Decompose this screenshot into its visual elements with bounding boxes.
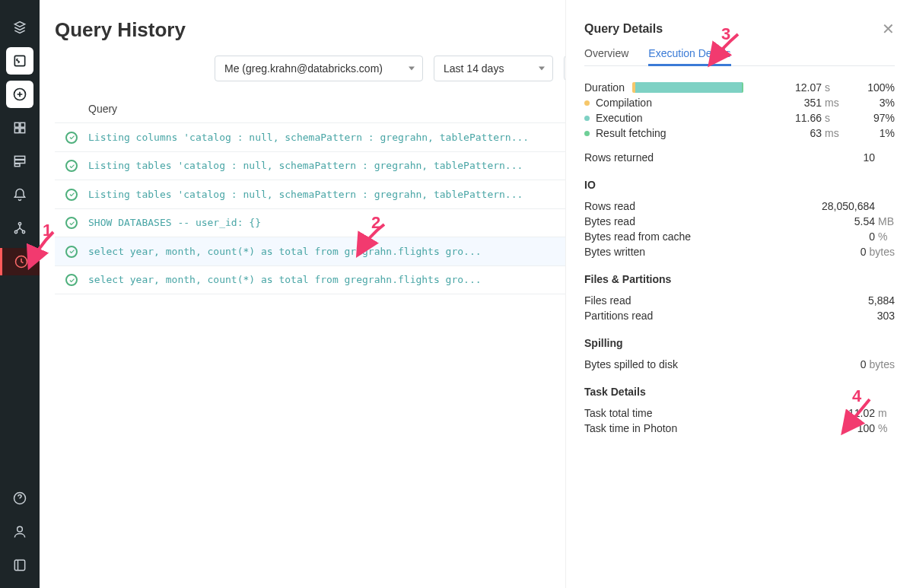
- duration-bar: [632, 82, 743, 93]
- metric-label: Bytes spilled to disk: [584, 358, 678, 370]
- status-success-icon: [65, 132, 78, 144]
- query-text: Listing tables 'catalog : null, schemaPa…: [78, 180, 589, 209]
- svg-rect-7: [14, 160, 24, 163]
- metric-pct: 1%: [861, 127, 895, 139]
- metric-value: 351: [804, 97, 822, 109]
- logo-icon[interactable]: [6, 14, 33, 41]
- alerts-icon[interactable]: [6, 181, 33, 208]
- tab-execution-details[interactable]: Execution Details: [648, 47, 730, 65]
- metric-value: 100: [857, 422, 875, 434]
- queries-icon[interactable]: [6, 148, 33, 175]
- rows-returned-value: 10: [863, 151, 875, 164]
- svg-point-11: [22, 230, 24, 233]
- metric-label: Execution: [584, 112, 642, 124]
- query-text: Listing tables 'catalog : null, schemaPa…: [78, 151, 589, 180]
- duration-value: 12.07: [795, 81, 822, 94]
- metric-label: Bytes written: [584, 246, 645, 258]
- svg-rect-15: [14, 560, 24, 570]
- query-text: select year, month, count(*) as total fr…: [78, 265, 589, 294]
- details-panel: Query Details ✕ Overview Execution Detai…: [565, 0, 913, 588]
- query-text: Listing columns 'catalog : null, schemaP…: [78, 123, 589, 152]
- metric-value: 11.66: [795, 112, 822, 124]
- metric-label: Bytes read: [584, 215, 635, 227]
- duration-section: Duration 12.07 s 100% Compilation 351 ms…: [584, 80, 895, 165]
- user-filter-select[interactable]: Me (greg.krahn@databricks.com): [215, 56, 423, 81]
- metric-label: Files read: [584, 294, 631, 307]
- metric-label: Rows read: [584, 200, 635, 212]
- metric-value: 0: [861, 246, 867, 258]
- metric-label: Result fetching: [584, 127, 666, 139]
- status-success-icon: [65, 246, 78, 258]
- metric-value: 63: [810, 127, 822, 139]
- help-icon[interactable]: [6, 485, 33, 512]
- svg-rect-6: [14, 156, 24, 159]
- task-section: Task Details Task total time 11.02 m Tas…: [584, 386, 895, 436]
- status-success-icon: [65, 217, 78, 229]
- spilling-section: Spilling Bytes spilled to disk 0 bytes: [584, 337, 895, 372]
- endpoints-icon[interactable]: [6, 215, 33, 242]
- status-success-icon: [65, 274, 78, 286]
- status-success-icon: [65, 189, 78, 201]
- metric-pct: 97%: [861, 112, 895, 124]
- metric-value: 0: [861, 358, 867, 370]
- metric-label: Partitions read: [584, 310, 653, 322]
- history-icon[interactable]: [0, 248, 40, 275]
- svg-point-14: [17, 526, 23, 532]
- svg-point-10: [14, 230, 17, 233]
- status-success-icon: [65, 160, 78, 172]
- svg-rect-5: [21, 129, 25, 133]
- sidebar: [0, 0, 40, 588]
- metric-label: Task total time: [584, 407, 652, 419]
- details-title: Query Details: [584, 22, 882, 36]
- duration-pct: 100%: [861, 81, 895, 94]
- rows-returned-label: Rows returned: [584, 151, 654, 164]
- metric-value: 0: [869, 230, 875, 243]
- metric-value: 303: [877, 310, 895, 322]
- sql-icon[interactable]: [6, 47, 33, 75]
- svg-rect-4: [14, 129, 19, 133]
- metric-label: Bytes read from cache: [584, 230, 691, 243]
- column-query[interactable]: Query: [78, 95, 589, 123]
- duration-label: Duration: [584, 81, 625, 94]
- metric-label: Task time in Photon: [584, 422, 677, 434]
- query-text: select year, month, count(*) as total fr…: [78, 237, 589, 266]
- io-section: IO Rows read 28,050,684 Bytes read 5.54 …: [584, 179, 895, 259]
- metric-value: 5.54: [854, 215, 875, 227]
- svg-point-9: [18, 223, 21, 225]
- metric-label: Compilation: [584, 97, 652, 109]
- user-icon[interactable]: [6, 518, 33, 545]
- files-section: Files & Partitions Files read 5,884 Part…: [584, 273, 895, 323]
- svg-rect-2: [14, 122, 19, 127]
- close-icon[interactable]: ✕: [882, 21, 895, 37]
- collapse-icon[interactable]: [6, 551, 33, 579]
- query-text: SHOW DATABASES -- user_id: {}: [78, 208, 589, 237]
- date-filter-select[interactable]: Last 14 days: [434, 56, 553, 81]
- create-icon[interactable]: [6, 81, 33, 108]
- tab-overview[interactable]: Overview: [584, 47, 628, 65]
- metric-value: 11.02: [848, 407, 875, 419]
- metric-pct: 3%: [861, 97, 895, 109]
- dashboards-icon[interactable]: [6, 114, 33, 141]
- svg-rect-0: [14, 56, 24, 65]
- metric-value: 5,884: [868, 294, 895, 307]
- metric-value: 28,050,684: [822, 200, 875, 212]
- svg-rect-3: [21, 122, 25, 127]
- svg-rect-8: [14, 164, 20, 166]
